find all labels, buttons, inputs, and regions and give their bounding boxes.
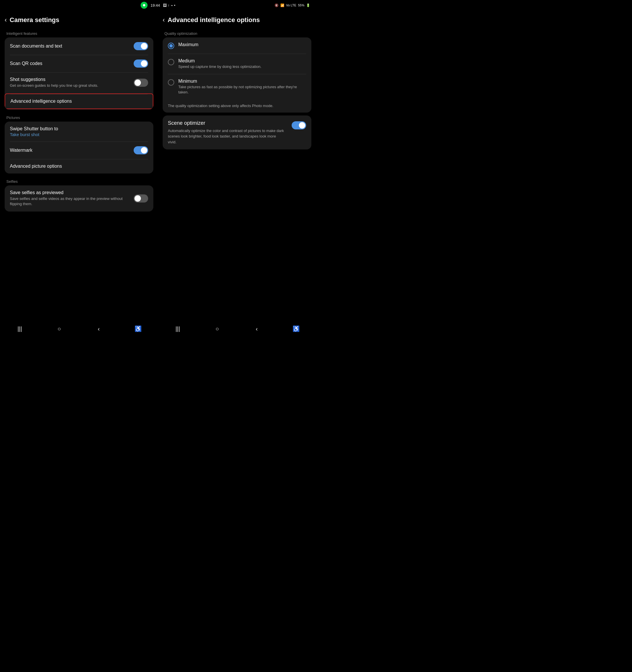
main-panels: ‹ Camera settings Intelligent features S… [0, 10, 316, 336]
scan-docs-row[interactable]: Scan documents and text [5, 38, 153, 55]
watermark-toggle[interactable] [134, 146, 148, 154]
quality-medium-label: Medium [178, 58, 261, 64]
advanced-intel-title: Advanced intelligence options [10, 99, 148, 104]
quality-minimum-radio[interactable] [168, 79, 174, 86]
save-selfies-title: Save selfies as previewed [10, 190, 130, 195]
left-home-button[interactable]: ○ [52, 321, 67, 336]
left-panel-title: Camera settings [9, 16, 59, 24]
camera-indicator-icon [141, 2, 148, 9]
quality-maximum-option[interactable]: Maximum [162, 38, 311, 54]
scene-optimizer-title: Scene optimizer [168, 120, 285, 126]
advanced-picture-row[interactable]: Advanced picture options [5, 159, 153, 173]
scan-docs-toggle[interactable] [134, 42, 148, 50]
right-back-nav-button[interactable]: ‹ [250, 321, 264, 336]
right-bottom-nav: ||| ○ ‹ ♿ [158, 321, 316, 336]
right-accessibility-button[interactable]: ♿ [289, 321, 304, 336]
selfies-card: Save selfies as previewed Save selfies a… [5, 186, 153, 211]
pictures-card: Swipe Shutter button to Take burst shot … [5, 122, 153, 173]
watermark-title: Watermark [10, 148, 130, 153]
svg-point-0 [143, 4, 145, 6]
swipe-shutter-row[interactable]: Swipe Shutter button to Take burst shot [5, 122, 153, 142]
quality-maximum-radio[interactable] [168, 43, 174, 49]
scene-optimizer-toggle[interactable] [292, 121, 306, 129]
quality-card: Maximum Medium Speed up capture time by … [162, 38, 311, 113]
scene-optimizer-card: Scene optimizer Automatically optimize t… [162, 116, 311, 150]
scan-docs-title: Scan documents and text [10, 44, 130, 49]
right-home-button[interactable]: ○ [210, 321, 224, 336]
status-bar-center: 19:44 🖼 ↑ ⌁ • [141, 2, 175, 9]
scan-qr-toggle[interactable] [134, 59, 148, 68]
selfies-label: Selfies [5, 176, 153, 186]
left-panel-header: ‹ Camera settings [5, 13, 153, 28]
shot-suggestions-subtitle: Get on-screen guides to help you line up… [10, 83, 130, 88]
left-back-button[interactable]: ‹ [5, 16, 7, 24]
right-panel-title: Advanced intelligence options [168, 16, 260, 24]
quality-medium-option[interactable]: Medium Speed up capture time by doing le… [162, 54, 311, 74]
right-panel-header: ‹ Advanced intelligence options [162, 13, 311, 28]
quality-label: Quality optimization [162, 28, 311, 38]
scene-optimizer-desc: Automatically optimize the color and con… [168, 128, 285, 145]
quality-medium-desc: Speed up capture time by doing less opti… [178, 64, 261, 69]
left-bottom-nav: ||| ○ ‹ ♿ [0, 321, 158, 336]
quality-maximum-label: Maximum [178, 42, 198, 47]
intelligent-features-card: Scan documents and text Scan QR codes Sh… [5, 38, 153, 110]
right-panel: ‹ Advanced intelligence options Quality … [158, 10, 316, 336]
scan-qr-title: Scan QR codes [10, 61, 130, 66]
swipe-shutter-link[interactable]: Take burst shot [10, 132, 148, 137]
save-selfies-toggle[interactable] [134, 194, 148, 202]
right-back-button[interactable]: ‹ [162, 16, 165, 24]
watermark-row[interactable]: Watermark [5, 142, 153, 159]
swipe-shutter-title: Swipe Shutter button to [10, 126, 148, 131]
quality-minimum-desc: Take pictures as fast as possible by not… [178, 85, 306, 95]
quality-minimum-option[interactable]: Minimum Take pictures as fast as possibl… [162, 74, 311, 99]
status-bar-right: 🔇 📶 Vo LTE 55% 🔋 [252, 3, 310, 7]
battery-icon: 🔋 [306, 3, 310, 7]
left-recent-button[interactable]: ||| [12, 321, 27, 336]
status-icons: 🖼 ↑ ⌁ • [163, 3, 175, 7]
left-panel: ‹ Camera settings Intelligent features S… [0, 10, 158, 336]
status-bar: 19:44 🖼 ↑ ⌁ • 🔇 📶 Vo LTE 55% 🔋 [0, 0, 316, 10]
left-accessibility-button[interactable]: ♿ [131, 321, 146, 336]
intelligent-features-label: Intelligent features [5, 28, 153, 38]
quality-minimum-label: Minimum [178, 79, 306, 84]
right-recent-button[interactable]: ||| [171, 321, 185, 336]
scan-qr-row[interactable]: Scan QR codes [5, 55, 153, 72]
save-selfies-row[interactable]: Save selfies as previewed Save selfies a… [5, 186, 153, 211]
shot-suggestions-title: Shot suggestions [10, 77, 130, 82]
signal-icon: Vo LTE [286, 3, 296, 7]
status-time: 19:44 [150, 3, 160, 7]
wifi-icon: 📶 [280, 3, 284, 7]
battery-percent: 55% [298, 3, 304, 7]
save-selfies-subtitle: Save selfies and selfie videos as they a… [10, 196, 130, 207]
quality-note: The quality optimization setting above o… [162, 100, 311, 113]
quality-medium-radio[interactable] [168, 59, 174, 65]
advanced-intel-row[interactable]: Advanced intelligence options [5, 93, 153, 109]
shot-suggestions-row[interactable]: Shot suggestions Get on-screen guides to… [5, 72, 153, 93]
mute-icon: 🔇 [275, 3, 279, 7]
left-back-nav-button[interactable]: ‹ [92, 321, 106, 336]
shot-suggestions-toggle[interactable] [134, 79, 148, 87]
pictures-label: Pictures [5, 113, 153, 122]
advanced-picture-title: Advanced picture options [10, 164, 148, 169]
